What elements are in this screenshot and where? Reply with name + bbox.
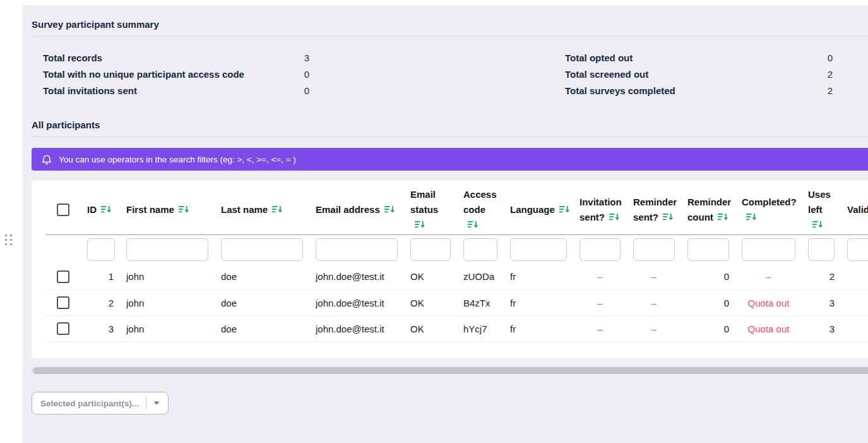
sort-icon (812, 220, 823, 229)
cell-id: 2 (81, 290, 120, 316)
filter-cell (120, 234, 215, 264)
filter-id-input[interactable] (87, 238, 115, 261)
summary-stats-left: Total records 3 Total with no unique par… (43, 50, 309, 99)
row-select-cell (45, 264, 81, 290)
cell-id: 1 (81, 264, 120, 290)
column-header-reminder_sent[interactable]: Reminder sent? (627, 185, 681, 234)
column-label: Language (510, 204, 555, 215)
filter-reminder_sent-input[interactable] (633, 238, 675, 261)
main-content: Survey participant summary Total records… (23, 5, 868, 443)
column-header-invitation_sent[interactable]: Invitation sent? (573, 185, 627, 234)
sort-icon (559, 205, 570, 214)
participants-table: IDFirst nameLast nameEmail addressEmail … (45, 185, 868, 342)
button-divider (146, 397, 146, 410)
stat-row: Total surveys completed 2 (565, 83, 833, 99)
column-header-last_name[interactable]: Last name (215, 185, 309, 234)
filter-cell (627, 234, 681, 264)
filter-cell (215, 234, 309, 264)
filter-email_address-input[interactable] (316, 238, 398, 261)
filter-reminder_count-input[interactable] (687, 238, 729, 261)
info-banner: You can use operators in the search filt… (32, 148, 868, 171)
filter-valid_from-input[interactable] (847, 238, 868, 261)
cell-language: fr (504, 316, 573, 342)
column-header-access_code[interactable]: Access code (457, 185, 504, 234)
column-label: Email address (316, 204, 380, 215)
dropdown-caret-icon (153, 401, 160, 405)
selected-participants-dropdown[interactable]: Selected participant(s)... (32, 392, 169, 415)
filter-row (45, 234, 868, 264)
stat-row: Total with no unique participant access … (43, 66, 309, 83)
filter-email_status-input[interactable] (410, 238, 451, 261)
column-header-uses_left[interactable]: Uses left (802, 185, 841, 234)
sort-icon (272, 205, 283, 214)
participants-table-card: IDFirst nameLast nameEmail addressEmail … (32, 180, 868, 358)
cell-valid_from (841, 316, 868, 342)
filter-cell (681, 234, 735, 264)
scrollbar-thumb[interactable] (33, 367, 868, 374)
cell-reminder_sent: – (627, 290, 681, 316)
column-header-email_address[interactable]: Email address (309, 185, 404, 234)
filter-cell (841, 234, 868, 264)
cell-last_name: doe (215, 316, 309, 342)
stat-label: Total screened out (565, 66, 648, 83)
column-label: Access code (463, 189, 497, 215)
cell-email_address: john.doe@test.it (309, 316, 404, 342)
cell-email_status: OK (404, 290, 457, 316)
filter-cell (504, 234, 573, 264)
column-header-email_status[interactable]: Email status (404, 185, 457, 234)
column-label: First name (126, 204, 174, 215)
cell-email_address: john.doe@test.it (309, 264, 404, 290)
cell-last_name: doe (215, 264, 309, 290)
drag-handle[interactable] (5, 234, 12, 245)
row-select-checkbox[interactable] (57, 296, 69, 309)
filter-invitation_sent-input[interactable] (580, 238, 621, 261)
horizontal-scrollbar[interactable] (32, 367, 868, 374)
select-all-cell (45, 185, 81, 234)
cell-invitation_sent: – (573, 290, 627, 316)
stat-value: 2 (828, 66, 833, 83)
select-all-checkbox[interactable] (57, 203, 69, 216)
filter-access_code-input[interactable] (463, 238, 497, 261)
sort-icon (179, 205, 189, 214)
filter-spacer-cell (45, 234, 81, 264)
filter-cell (735, 234, 802, 264)
column-header-language[interactable]: Language (504, 185, 573, 234)
filter-language-input[interactable] (510, 238, 567, 261)
cell-email_status: OK (404, 264, 457, 290)
sort-icon (609, 212, 620, 221)
column-header-reminder_count[interactable]: Reminder count (681, 185, 735, 234)
cell-valid_from (841, 264, 868, 290)
filter-cell (457, 234, 504, 264)
filter-cell (309, 234, 404, 264)
stat-label: Total records (43, 50, 102, 66)
sort-icon (415, 220, 425, 229)
filter-completed-input[interactable] (742, 238, 795, 261)
cell-first_name: john (120, 316, 215, 342)
stat-row: Total invitations sent 0 (43, 83, 309, 99)
stat-value: 0 (304, 66, 309, 83)
filter-uses_left-input[interactable] (808, 238, 835, 261)
row-select-checkbox[interactable] (57, 270, 69, 283)
cell-valid_from (841, 290, 868, 316)
column-header-completed[interactable]: Completed? (735, 185, 802, 234)
sort-icon (718, 212, 728, 221)
table-header-row: IDFirst nameLast nameEmail addressEmail … (45, 185, 868, 234)
all-participants-title: All participants (32, 119, 868, 130)
sort-icon (746, 212, 757, 221)
column-header-first_name[interactable]: First name (120, 185, 215, 234)
column-header-id[interactable]: ID (81, 185, 120, 234)
cell-invitation_sent: – (573, 316, 627, 342)
filter-last_name-input[interactable] (221, 238, 303, 261)
sort-icon (101, 205, 112, 214)
cell-access_code: zUODa (457, 264, 504, 290)
cell-email_status: OK (404, 316, 457, 342)
sort-icon (663, 212, 674, 221)
filter-first_name-input[interactable] (126, 238, 208, 261)
summary-stats-right: Total opted out 0 Total screened out 2 T… (565, 50, 833, 99)
stat-label: Total with no unique participant access … (43, 66, 244, 83)
column-label: Last name (221, 204, 268, 215)
stat-label: Total invitations sent (43, 83, 137, 99)
row-select-checkbox[interactable] (57, 322, 69, 335)
cell-access_code: hYcj7 (457, 316, 504, 342)
column-header-valid_from[interactable]: Valid from (841, 185, 868, 234)
